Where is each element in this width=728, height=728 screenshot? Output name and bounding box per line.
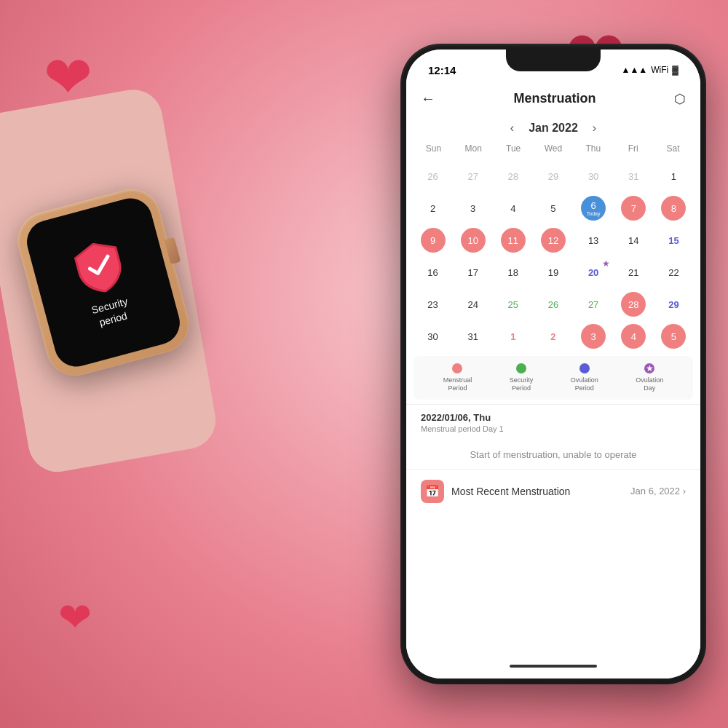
battery-icon: ▓ bbox=[672, 65, 678, 75]
status-time: 12:14 bbox=[428, 64, 456, 76]
table-row[interactable]: 16 bbox=[414, 257, 452, 288]
table-row[interactable]: 15 bbox=[654, 225, 693, 256]
table-row[interactable]: 26 bbox=[414, 161, 452, 191]
table-row[interactable]: 24 bbox=[454, 289, 492, 320]
table-row[interactable]: 10 bbox=[454, 225, 492, 256]
wifi-icon: WiFi bbox=[651, 65, 668, 75]
legend-label-security: SecurityPeriod bbox=[510, 376, 534, 392]
app-content: ← Menstruation ⬡ ‹ Jan 2022 › Sun Mon Tu… bbox=[406, 82, 700, 678]
table-row[interactable]: 5 bbox=[534, 193, 572, 223]
legend-dot-menstrual bbox=[452, 363, 462, 373]
table-row[interactable]: 8 bbox=[654, 193, 693, 223]
phone-body: 12:14 ▲▲▲ WiFi ▓ ← Menstruation ⬡ ‹ Jan … bbox=[400, 44, 706, 684]
info-sub: Menstrual period Day 1 bbox=[421, 424, 686, 433]
table-row[interactable]: 30 bbox=[574, 161, 613, 191]
phone: 12:14 ▲▲▲ WiFi ▓ ← Menstruation ⬡ ‹ Jan … bbox=[400, 44, 706, 684]
table-row[interactable]: 21 bbox=[614, 257, 653, 288]
table-row[interactable]: 18 bbox=[494, 257, 532, 288]
legend-dot-security bbox=[516, 363, 526, 373]
watch-label: Security period bbox=[90, 295, 132, 330]
table-row[interactable]: 1 bbox=[494, 321, 532, 352]
table-row[interactable]: 9 bbox=[414, 225, 452, 256]
back-button[interactable]: ← bbox=[421, 90, 435, 107]
calendar-header: Sun Mon Tue Wed Thu Fri Sat bbox=[414, 141, 693, 157]
table-row[interactable]: 17 bbox=[454, 257, 492, 288]
table-row[interactable]: 7 bbox=[614, 193, 653, 223]
legend-ovulation-period: OvulationPeriod bbox=[571, 363, 598, 392]
legend-label-ovulation-period: OvulationPeriod bbox=[571, 376, 598, 392]
calendar-legend: MenstrualPeriod SecurityPeriod Ovulation… bbox=[414, 356, 693, 400]
month-title: Jan 2022 bbox=[529, 122, 578, 135]
home-indicator bbox=[510, 665, 597, 668]
calendar-icon: 📅 bbox=[421, 480, 444, 503]
legend-label-menstrual: MenstrualPeriod bbox=[443, 376, 472, 392]
table-row[interactable]: 3 bbox=[574, 321, 613, 352]
legend-menstrual: MenstrualPeriod bbox=[443, 363, 472, 392]
recent-label: Most Recent Menstruation bbox=[451, 486, 570, 497]
table-row[interactable]: 14 bbox=[614, 225, 653, 256]
selected-date-info: 2022/01/06, Thu Menstrual period Day 1 bbox=[406, 404, 700, 440]
table-row[interactable]: 26 bbox=[534, 289, 572, 320]
recent-left: 📅 Most Recent Menstruation bbox=[421, 480, 570, 503]
calendar-grid: 26 27 28 29 30 31 1 2 3 4 5 bbox=[414, 161, 693, 352]
table-row[interactable]: 31 bbox=[614, 161, 653, 191]
table-row[interactable]: 4 bbox=[494, 193, 532, 223]
legend-dot-ovulation-day: ★ bbox=[644, 363, 654, 373]
table-row[interactable]: 28 bbox=[494, 161, 532, 191]
table-row[interactable]: 4 bbox=[614, 321, 653, 352]
table-row[interactable]: 2 bbox=[414, 193, 452, 223]
recent-value: Jan 6, 2022 › bbox=[630, 486, 686, 496]
table-row[interactable]: 27 bbox=[454, 161, 492, 191]
page-title: Menstruation bbox=[513, 91, 596, 106]
table-row[interactable]: 28 bbox=[614, 289, 653, 320]
ovulation-day-cell[interactable]: 20 ★ bbox=[574, 257, 613, 288]
shield-icon bbox=[67, 233, 130, 299]
table-row[interactable]: 27 bbox=[574, 289, 613, 320]
table-row[interactable]: 31 bbox=[454, 321, 492, 352]
notch bbox=[506, 50, 601, 71]
day-tue: Tue bbox=[494, 141, 534, 157]
legend-dot-ovulation-period bbox=[579, 363, 590, 373]
month-nav: ‹ Jan 2022 › bbox=[406, 116, 700, 141]
table-row[interactable]: 2 bbox=[534, 321, 572, 352]
day-fri: Fri bbox=[613, 141, 653, 157]
table-row[interactable]: 1 bbox=[654, 161, 693, 191]
heart-decoration-bottom-left: ❤ bbox=[58, 594, 92, 641]
table-row[interactable]: 29 bbox=[534, 161, 572, 191]
watch-screen: Security period bbox=[22, 194, 184, 372]
day-wed: Wed bbox=[534, 141, 574, 157]
info-date: 2022/01/06, Thu bbox=[421, 412, 686, 423]
recent-menstruation-row[interactable]: 📅 Most Recent Menstruation Jan 6, 2022 › bbox=[406, 470, 700, 513]
prev-month-button[interactable]: ‹ bbox=[510, 122, 514, 135]
app-header: ← Menstruation ⬡ bbox=[406, 82, 700, 116]
signal-icon: ▲▲▲ bbox=[622, 65, 648, 75]
table-row[interactable]: 23 bbox=[414, 289, 452, 320]
day-sat: Sat bbox=[653, 141, 693, 157]
table-row[interactable]: 3 bbox=[454, 193, 492, 223]
next-month-button[interactable]: › bbox=[593, 122, 596, 135]
info-message: Start of menstruation, unable to operate bbox=[406, 440, 700, 470]
status-icons: ▲▲▲ WiFi ▓ bbox=[622, 65, 678, 75]
day-mon: Mon bbox=[454, 141, 494, 157]
legend-security: SecurityPeriod bbox=[510, 363, 534, 392]
calendar: Sun Mon Tue Wed Thu Fri Sat 26 27 28 29 bbox=[406, 141, 700, 352]
table-row[interactable]: 22 bbox=[654, 257, 693, 288]
legend-ovulation-day: ★ OvulationDay bbox=[636, 363, 663, 392]
today-cell[interactable]: 6 Today bbox=[574, 193, 613, 223]
table-row[interactable]: 29 bbox=[654, 289, 693, 320]
day-thu: Thu bbox=[573, 141, 613, 157]
table-row[interactable]: 5 bbox=[654, 321, 693, 352]
table-row[interactable]: 11 bbox=[494, 225, 532, 256]
table-row[interactable]: 13 bbox=[574, 225, 613, 256]
table-row[interactable]: 25 bbox=[494, 289, 532, 320]
day-sun: Sun bbox=[414, 141, 454, 157]
settings-icon[interactable]: ⬡ bbox=[674, 91, 686, 107]
table-row[interactable]: 19 bbox=[534, 257, 572, 288]
table-row[interactable]: 30 bbox=[414, 321, 452, 352]
legend-label-ovulation-day: OvulationDay bbox=[636, 376, 663, 392]
table-row[interactable]: 12 bbox=[534, 225, 572, 256]
phone-screen: 12:14 ▲▲▲ WiFi ▓ ← Menstruation ⬡ ‹ Jan … bbox=[406, 50, 700, 678]
